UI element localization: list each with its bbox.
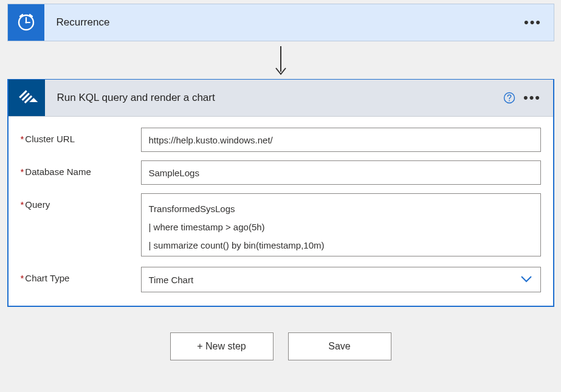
field-label: *Cluster URL (21, 128, 141, 144)
svg-point-12 (509, 100, 510, 101)
more-actions-icon[interactable]: ••• (525, 91, 540, 105)
step-body: *Cluster URL *Database Name *Query (9, 117, 553, 306)
clock-icon (8, 4, 44, 41)
field-label: *Database Name (21, 160, 141, 177)
chart-type-select[interactable]: Time Chart (141, 267, 541, 292)
step-header[interactable]: Run KQL query and render a chart ••• (9, 80, 553, 117)
connector-arrow (4, 41, 557, 79)
step-title: Recurrence (44, 16, 526, 29)
designer-footer: + New step Save (4, 307, 557, 360)
svg-marker-10 (29, 98, 38, 106)
field-cluster-url: *Cluster URL (21, 128, 541, 152)
field-chart-type: *Chart Type Time Chart (21, 267, 541, 292)
step-header[interactable]: Recurrence ••• (8, 4, 554, 41)
chart-type-selected-value: Time Chart (149, 275, 194, 285)
field-label: *Chart Type (21, 267, 141, 283)
help-icon[interactable] (502, 91, 517, 105)
required-asterisk: * (21, 273, 24, 283)
step-header-actions: ••• (526, 15, 554, 30)
step-card-kql: Run KQL query and render a chart ••• *Cl… (7, 79, 554, 307)
cluster-url-input[interactable] (141, 128, 541, 152)
database-name-input[interactable] (141, 160, 541, 185)
arrow-down-icon (274, 45, 288, 77)
required-asterisk: * (21, 199, 24, 210)
save-button[interactable]: Save (288, 332, 391, 360)
step-card-recurrence[interactable]: Recurrence ••• (7, 4, 554, 41)
query-input[interactable] (141, 193, 541, 256)
step-header-actions: ••• (502, 91, 553, 105)
required-asterisk: * (21, 167, 24, 177)
field-database-name: *Database Name (21, 160, 541, 185)
more-actions-icon[interactable]: ••• (526, 15, 540, 30)
field-label: *Query (21, 193, 141, 210)
field-query: *Query (21, 193, 541, 258)
new-step-button[interactable]: + New step (170, 332, 274, 360)
kusto-icon (9, 80, 45, 116)
step-title: Run KQL query and render a chart (45, 92, 502, 104)
required-asterisk: * (21, 134, 24, 144)
workflow-designer-canvas: Recurrence ••• (4, 4, 557, 360)
